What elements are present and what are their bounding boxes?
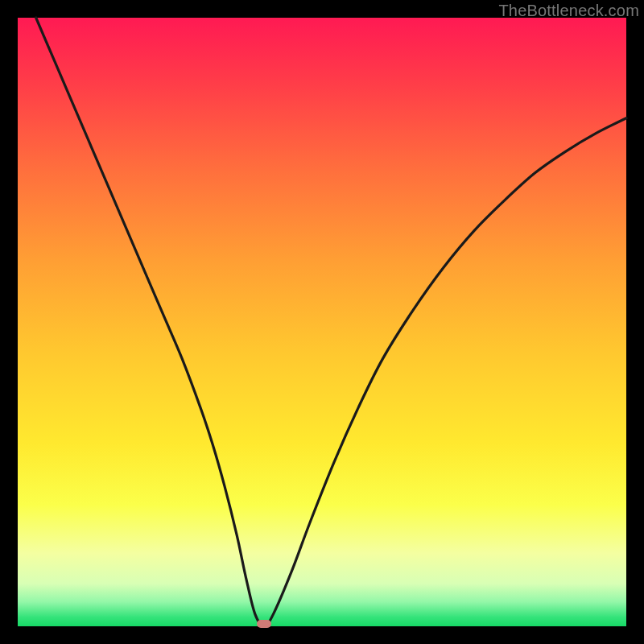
- chart-frame: [18, 18, 626, 626]
- minimum-marker: [257, 620, 271, 628]
- plot-area: [18, 18, 626, 626]
- bottleneck-curve: [36, 18, 626, 626]
- watermark-text: TheBottleneck.com: [498, 2, 639, 20]
- curve-layer: [18, 18, 626, 626]
